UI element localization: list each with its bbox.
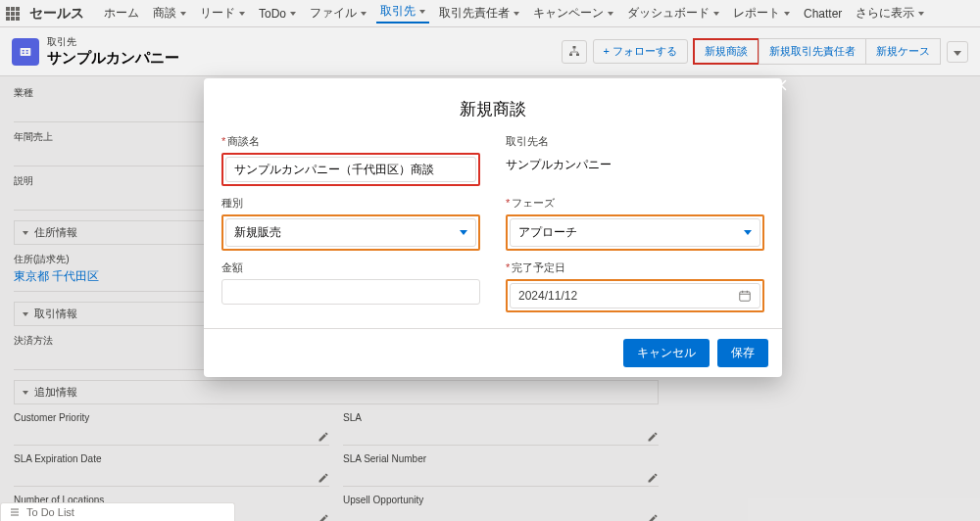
field-label: 金額	[221, 261, 243, 273]
date-value: 2024/11/12	[518, 289, 577, 303]
calendar-icon	[738, 289, 752, 303]
field-label: 商談名	[227, 135, 260, 147]
select-value: 新規販売	[234, 224, 281, 241]
amount-input[interactable]	[221, 279, 480, 305]
amount-field: 金額	[221, 260, 480, 312]
field-label: 完了予定日	[512, 261, 565, 273]
field-label: 種別	[221, 197, 243, 209]
chevron-down-icon	[744, 230, 752, 235]
type-select[interactable]: 新規販売	[225, 218, 476, 247]
phase-field: *フェーズ アプローチ	[506, 196, 764, 251]
chevron-down-icon	[460, 230, 467, 235]
modal-title: 新規商談	[204, 78, 782, 134]
save-button[interactable]: 保存	[717, 339, 768, 367]
close-date-input[interactable]: 2024/11/12	[510, 283, 760, 308]
todo-utility-bar[interactable]: To Do List	[0, 502, 235, 521]
close-date-field: *完了予定日 2024/11/12	[506, 260, 764, 312]
account-name-value: サンプルカンパニー	[506, 153, 764, 173]
opportunity-name-field: *商談名	[221, 134, 480, 186]
cancel-button[interactable]: キャンセル	[623, 339, 710, 367]
field-label: フェーズ	[512, 197, 555, 209]
type-field: 種別 新規販売	[221, 196, 480, 251]
new-opportunity-modal: 新規商談 *商談名 取引先名 サンプルカンパニー 種別 新規販売 *フェーズ	[204, 78, 782, 377]
field-label: 取引先名	[506, 135, 549, 147]
opportunity-name-input[interactable]	[225, 157, 476, 182]
list-icon	[9, 506, 21, 518]
phase-select[interactable]: アプローチ	[510, 218, 760, 247]
utility-label: To Do List	[26, 506, 74, 518]
svg-rect-8	[740, 292, 751, 301]
account-name-field: 取引先名 サンプルカンパニー	[506, 134, 764, 186]
close-icon[interactable]	[772, 76, 796, 100]
select-value: アプローチ	[518, 224, 577, 241]
